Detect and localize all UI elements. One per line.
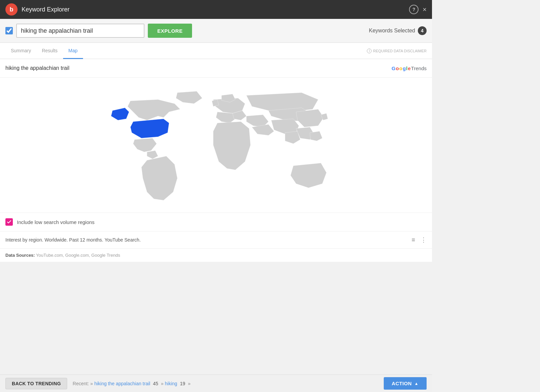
low-volume-row: Include low search volume regions bbox=[0, 213, 432, 231]
title-bar-actions: ? × bbox=[409, 5, 427, 14]
tab-summary[interactable]: Summary bbox=[5, 43, 36, 59]
low-volume-checkbox[interactable] bbox=[5, 218, 13, 226]
title-bar: b Keyword Explorer ? × bbox=[0, 0, 432, 19]
tab-results[interactable]: Results bbox=[36, 43, 63, 59]
info-icon: i bbox=[367, 49, 372, 53]
list-icon-button[interactable]: ≡ bbox=[411, 237, 415, 243]
info-actions: ≡ ⋮ bbox=[411, 237, 427, 243]
keyword-checkbox[interactable] bbox=[5, 27, 13, 34]
google-trends-logo: Google Trends bbox=[392, 65, 427, 71]
search-bar: EXPLORE Keywords Selected 4 bbox=[0, 19, 432, 43]
app-logo: b bbox=[5, 3, 18, 16]
help-button[interactable]: ? bbox=[409, 5, 418, 14]
info-text: Interest by region. Worldwide. Past 12 m… bbox=[5, 237, 411, 243]
main-content: hiking the appalachian trail Google Tren… bbox=[0, 59, 432, 262]
close-button[interactable]: × bbox=[423, 6, 427, 13]
keyword-header: hiking the appalachian trail Google Tren… bbox=[0, 59, 432, 78]
map-container bbox=[0, 78, 432, 213]
info-row: Interest by region. Worldwide. Past 12 m… bbox=[0, 231, 432, 249]
world-map bbox=[84, 84, 348, 206]
search-input[interactable] bbox=[16, 24, 144, 38]
tabs-bar: Summary Results Map i REQUIRED DATA DISC… bbox=[0, 43, 432, 59]
low-volume-label: Include low search volume regions bbox=[17, 219, 94, 225]
explore-button[interactable]: EXPLORE bbox=[148, 24, 192, 38]
app-title: Keyword Explorer bbox=[22, 6, 409, 13]
keywords-badge: 4 bbox=[418, 26, 427, 35]
keyword-title: hiking the appalachian trail bbox=[5, 65, 392, 71]
keywords-selected: Keywords Selected 4 bbox=[369, 26, 427, 35]
disclaimer: i REQUIRED DATA DISCLAIMER bbox=[367, 49, 427, 53]
data-sources: Data Sources: YouTube.com, Google.com, G… bbox=[0, 249, 432, 262]
more-options-button[interactable]: ⋮ bbox=[421, 237, 427, 243]
tab-map[interactable]: Map bbox=[63, 43, 83, 59]
